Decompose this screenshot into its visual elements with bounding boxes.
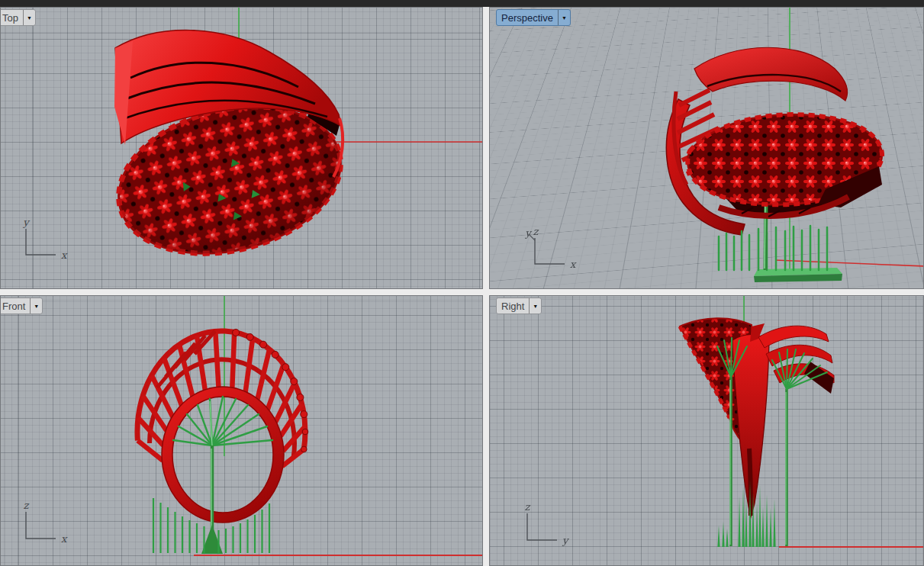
viewport-front-canvas: z x bbox=[1, 296, 483, 566]
ring-model-top-view[interactable] bbox=[103, 31, 356, 276]
gizmo-label-horizontal: x bbox=[61, 533, 68, 545]
viewport-title: Perspective bbox=[497, 12, 558, 24]
viewport-tab-perspective[interactable]: Perspective ▼ bbox=[496, 9, 571, 26]
gizmo-label-vertical: y bbox=[22, 217, 30, 228]
gizmo-label-horizontal: x bbox=[61, 249, 68, 261]
ring-model-right-view[interactable] bbox=[680, 318, 834, 517]
gizmo-label-vertical: z bbox=[525, 501, 531, 513]
gizmo-label-y: y bbox=[524, 227, 532, 239]
viewport-perspective[interactable]: y z x Perspective ▼ bbox=[489, 7, 924, 289]
chevron-down-icon[interactable]: ▼ bbox=[530, 304, 541, 309]
x-axis-line bbox=[775, 260, 924, 266]
cplane-axis-gizmo: z x bbox=[24, 500, 68, 545]
chevron-down-icon[interactable]: ▼ bbox=[31, 304, 42, 309]
cplane-axis-gizmo: y z x bbox=[524, 226, 577, 270]
viewport-tab-front[interactable]: Front ▼ bbox=[0, 297, 43, 314]
viewport-title: Front bbox=[0, 301, 30, 312]
ring-model-perspective-band[interactable] bbox=[687, 47, 882, 217]
viewport-right-canvas: z y bbox=[490, 296, 924, 566]
gizmo-label-vertical: z bbox=[24, 500, 30, 511]
viewport-tab-top[interactable]: Top ▼ bbox=[0, 9, 36, 26]
viewport-title: Top bbox=[0, 12, 23, 24]
cplane-axis-gizmo: z y bbox=[525, 501, 569, 546]
chevron-down-icon[interactable]: ▼ bbox=[559, 15, 570, 21]
chevron-down-icon[interactable]: ▼ bbox=[24, 15, 35, 21]
gizmo-label-horizontal: y bbox=[562, 535, 569, 546]
viewport-front[interactable]: z x Front ▼ bbox=[0, 295, 483, 566]
rhino-four-view-workspace: y x Top ▼ bbox=[0, 0, 924, 566]
viewport-perspective-canvas: y z x bbox=[490, 8, 924, 289]
viewport-top[interactable]: y x Top ▼ bbox=[0, 7, 483, 289]
gizmo-label-vertical: z bbox=[533, 226, 539, 237]
gizmo-label-horizontal: x bbox=[570, 259, 577, 270]
viewport-tab-right[interactable]: Right ▼ bbox=[496, 297, 542, 314]
viewport-right[interactable]: z y Right ▼ bbox=[489, 295, 924, 566]
window-top-edge bbox=[0, 0, 924, 7]
viewport-top-canvas: y x bbox=[1, 8, 483, 289]
cplane-axis-gizmo: y x bbox=[22, 217, 68, 261]
viewport-title: Right bbox=[497, 301, 529, 312]
